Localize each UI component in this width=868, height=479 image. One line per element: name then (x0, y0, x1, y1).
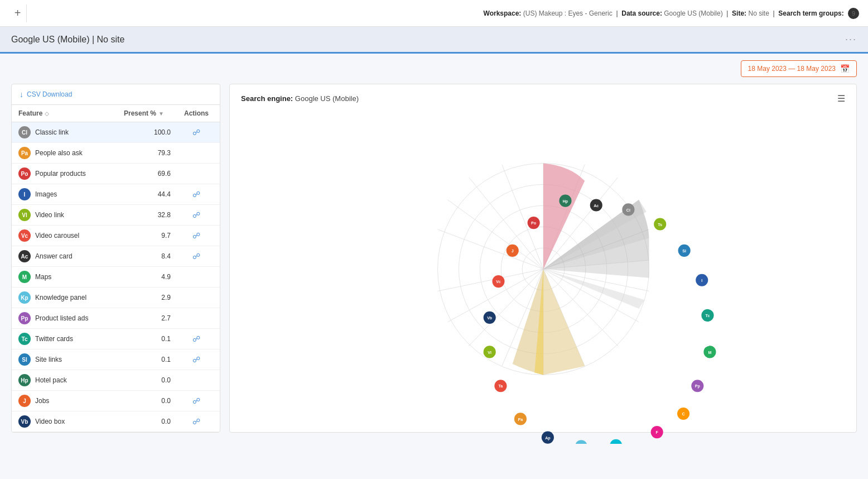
feature-search-button[interactable]: ☍ (192, 210, 200, 219)
feature-action: ☍ (180, 396, 213, 405)
table-row[interactable]: Cl Classic link 100.0 ☍ (12, 122, 220, 143)
table-row[interactable]: Kp Knowledge panel 2.9 (12, 288, 220, 308)
feature-badge: Vb (18, 415, 31, 428)
chart-menu-button[interactable]: ☰ (837, 93, 845, 104)
feature-name: Answer card (35, 252, 124, 260)
site-label: Site: (732, 9, 746, 17)
calendar-icon: 📅 (840, 64, 850, 73)
feature-percent: 8.4 (124, 252, 180, 260)
table-row[interactable]: Vb Video box 0.0 ☍ (12, 411, 220, 432)
chart-title-prefix: Search engine: (241, 94, 293, 103)
table-row[interactable]: Sl Site links 0.1 ☍ (12, 349, 220, 370)
svg-text:Ts: Ts (658, 223, 662, 227)
svg-text:Po: Po (531, 221, 537, 226)
feature-badge: Sl (18, 353, 31, 366)
feature-percent: 100.0 (124, 128, 180, 136)
svg-text:Sl: Sl (682, 249, 686, 253)
table-row[interactable]: I Images 44.4 ☍ (12, 184, 220, 205)
feature-name: Product listed ads (35, 314, 124, 322)
feature-name: Knowledge panel (35, 294, 124, 301)
feature-header-label: Feature (18, 109, 42, 117)
feature-percent: 9.7 (124, 232, 180, 240)
table-row[interactable]: Tc Twitter cards 0.1 ☍ (12, 329, 220, 349)
table-row[interactable]: J Jobs 0.0 ☍ (12, 391, 220, 411)
feature-search-button[interactable]: ☍ (192, 334, 200, 343)
feature-search-button[interactable]: ☍ (192, 396, 200, 405)
feature-percent: 0.0 (124, 418, 180, 425)
table-row[interactable]: Vc Video carousel 9.7 ☍ (12, 226, 220, 246)
feature-search-button[interactable]: ☍ (192, 231, 200, 240)
feature-badge: M (18, 271, 31, 283)
svg-text:Vb: Vb (487, 316, 493, 320)
feature-percent: 44.4 (124, 190, 180, 198)
feature-percent: 79.3 (124, 149, 180, 157)
feature-percent: 0.1 (124, 356, 180, 363)
table-row[interactable]: Ac Answer card 8.4 ☍ (12, 246, 220, 267)
page-title: Google US (Mobile) | No site (11, 35, 124, 45)
feature-name: Jobs (35, 397, 124, 405)
feature-search-button[interactable]: ☍ (192, 355, 200, 364)
feature-percent: 0.0 (124, 397, 180, 405)
feature-percent: 4.9 (124, 273, 180, 281)
feature-search-button[interactable]: ☍ (192, 128, 200, 137)
feature-action: ☍ (180, 190, 213, 199)
svg-text:I: I (701, 279, 702, 283)
feature-name: Hotel pack (35, 376, 124, 384)
table-row[interactable]: M Maps 4.9 (12, 267, 220, 288)
csv-download-button[interactable]: ↓ CSV Download (12, 84, 220, 105)
percent-column-header[interactable]: Present % ▼ (124, 109, 180, 117)
feature-name: Video link (35, 211, 124, 219)
datasource-value: Google US (Mobile) (664, 9, 722, 17)
feature-action: ☍ (180, 355, 213, 364)
date-range-button[interactable]: 18 May 2023 — 18 May 2023 📅 (741, 60, 857, 77)
feature-action: ☍ (180, 417, 213, 426)
feature-name: Classic link (35, 128, 124, 136)
table-row[interactable]: Vl Video link 32.8 ☍ (12, 205, 220, 226)
feature-badge: Pa (18, 147, 31, 159)
svg-text:J: J (511, 249, 513, 253)
feature-action: ☍ (180, 252, 213, 261)
radar-chart-panel: Search engine: Google US (Mobile) ☰ (229, 84, 857, 433)
feature-badge: Vc (18, 229, 31, 242)
table-row[interactable]: Po Popular products 69.6 (12, 164, 220, 184)
svg-text:Tc: Tc (705, 314, 710, 318)
search-term-badge: 9 (848, 8, 859, 19)
add-tab-button[interactable]: + (9, 4, 27, 22)
svg-text:M: M (708, 351, 711, 355)
datasource-label: Data source: (621, 9, 662, 17)
feature-badge: Ac (18, 250, 31, 262)
main-content: ↓ CSV Download Feature ◇ Present % ▼ Act… (0, 84, 868, 444)
svg-text:Cl: Cl (626, 208, 630, 213)
svg-text:Ac: Ac (594, 204, 599, 208)
table-row[interactable]: Pa People also ask 79.3 (12, 143, 220, 164)
feature-percent: 0.0 (124, 376, 180, 384)
svg-text:Vl: Vl (488, 351, 491, 355)
feature-search-button[interactable]: ☍ (192, 252, 200, 261)
table-header: Feature ◇ Present % ▼ Actions (12, 105, 220, 122)
feature-action: ☍ (180, 334, 213, 343)
feature-badge: Hp (18, 374, 31, 386)
feature-name: Site links (35, 356, 124, 363)
search-term-label: Search term groups: (778, 9, 843, 17)
percent-sort-icon: ▼ (158, 111, 164, 117)
feature-percent: 32.8 (124, 211, 180, 219)
radar-svg: Ac Cl Hp Ts Po Sl J (376, 113, 711, 425)
titlebar-menu-button[interactable]: ··· (845, 33, 857, 45)
feature-action: ☍ (180, 128, 213, 137)
feature-badge: Tc (18, 333, 31, 345)
csv-label: CSV Download (27, 90, 72, 98)
feature-column-header[interactable]: Feature ◇ (18, 109, 124, 117)
svg-line-19 (437, 269, 543, 291)
chart-title: Search engine: Google US (Mobile) (241, 94, 359, 103)
feature-name: People also ask (35, 149, 124, 157)
feature-search-button[interactable]: ☍ (192, 417, 200, 426)
feature-search-button[interactable]: ☍ (192, 190, 200, 199)
feature-name: Maps (35, 273, 124, 281)
table-row[interactable]: Hp Hotel pack 0.0 (12, 370, 220, 391)
svg-text:C: C (682, 412, 684, 416)
site-value: No site (748, 9, 769, 17)
table-row[interactable]: Pp Product listed ads 2.7 (12, 308, 220, 329)
date-range-text: 18 May 2023 — 18 May 2023 (748, 65, 836, 73)
workspace-label: Workspace: (484, 9, 522, 17)
feature-percent: 69.6 (124, 170, 180, 178)
